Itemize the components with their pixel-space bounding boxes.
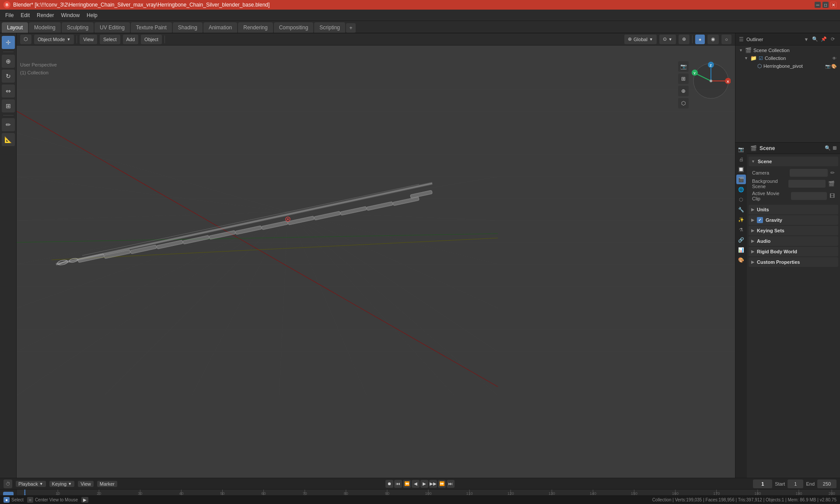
prop-icon-output[interactable]: 🖨 <box>736 154 746 164</box>
bg-scene-pick-icon[interactable]: 🎬 <box>828 181 835 187</box>
gravity-checkbox[interactable]: ✓ <box>757 217 763 223</box>
measure-tool[interactable]: 📐 <box>2 133 15 146</box>
movie-clip-pick-icon[interactable]: 🎞 <box>830 193 835 199</box>
prev-keyframe-button[interactable]: ⏪ <box>403 480 411 488</box>
playback-menu[interactable]: Playback ▼ <box>16 481 46 487</box>
record-button[interactable]: ⏺ <box>385 480 393 488</box>
prop-icon-particles[interactable]: ✨ <box>736 215 746 224</box>
jump-end-button[interactable]: ⏭ <box>447 480 455 488</box>
tab-texture-paint[interactable]: Texture Paint <box>131 22 172 33</box>
tab-add-button[interactable]: + <box>346 23 356 33</box>
proportional-edit-btn[interactable]: ⊕ <box>679 35 690 44</box>
keying-menu[interactable]: Keying ▼ <box>49 481 75 487</box>
prop-icon-material[interactable]: 🎨 <box>736 255 746 265</box>
units-section-header[interactable]: ▶ Units <box>749 205 838 214</box>
audio-section-header[interactable]: ▶ Audio <box>749 236 838 246</box>
gravity-section-header[interactable]: ▶ ✓ Gravity <box>749 215 838 225</box>
prop-icon-scene[interactable]: 🎬 <box>736 175 746 184</box>
snap-menu[interactable]: ⊙ ▼ <box>659 35 676 44</box>
move-tool[interactable]: ⊕ <box>2 55 15 68</box>
viewport-gizmos-btn[interactable]: ⊕ <box>678 86 689 96</box>
menu-edit[interactable]: Edit <box>17 10 33 20</box>
solid-shading-btn[interactable]: ● <box>695 35 705 44</box>
camera-pick-icon[interactable]: ✏ <box>830 170 835 176</box>
add-menu[interactable]: Add <box>123 35 139 44</box>
maximize-button[interactable]: □ <box>822 2 829 8</box>
prop-icon-physics[interactable]: ⚗ <box>736 225 746 234</box>
rendered-shading-btn[interactable]: ○ <box>721 35 732 44</box>
camera-restrict-icon[interactable]: 📷 <box>825 64 830 69</box>
select-menu[interactable]: Select <box>100 35 120 44</box>
outliner-item-herringbone[interactable]: ⬡ Herringbone_pivot 📷 🎨 <box>735 62 840 70</box>
active-movie-clip-field[interactable] <box>791 192 827 200</box>
rotate-tool[interactable]: ↻ <box>2 70 15 83</box>
keying-dropdown: ▼ <box>68 482 72 486</box>
view-menu[interactable]: View <box>80 35 97 44</box>
outliner-filter-button[interactable]: ▼ <box>802 35 810 43</box>
tab-sculpting[interactable]: Sculpting <box>62 22 94 33</box>
menu-render[interactable]: Render <box>33 10 57 20</box>
options-icon[interactable]: ⊞ <box>833 145 836 151</box>
eye-icon[interactable]: 👁 <box>832 56 836 61</box>
collection-checkbox[interactable]: ☑ <box>759 56 763 61</box>
tab-shading[interactable]: Shading <box>173 22 203 33</box>
prev-frame-button[interactable]: ◀ <box>412 480 420 488</box>
prop-icon-world[interactable]: 🌐 <box>736 185 746 194</box>
region-overlap-btn[interactable]: ⊞ <box>678 74 689 84</box>
jump-start-button[interactable]: ⏮ <box>394 480 402 488</box>
pivot-selector[interactable]: ⊕ Global ▼ <box>624 35 657 44</box>
tab-rendering[interactable]: Rendering <box>238 22 273 33</box>
start-frame-field[interactable]: 1 <box>788 480 803 488</box>
outliner-sync-button[interactable]: ⟳ <box>829 35 836 43</box>
prop-icon-modifiers[interactable]: 🔧 <box>736 205 746 214</box>
search-icon[interactable]: 🔍 <box>825 145 831 151</box>
next-frame-button[interactable]: ▶▶ <box>429 480 437 488</box>
outliner-item-scene-collection[interactable]: ▼ 🎬 Scene Collection <box>735 46 840 54</box>
transform-tool[interactable]: ⊞ <box>2 99 15 112</box>
end-frame-field[interactable]: 250 <box>817 480 836 488</box>
prop-icon-object[interactable]: ⬡ <box>736 195 746 204</box>
play-button[interactable]: ▶ <box>420 480 428 488</box>
scale-tool[interactable]: ⇔ <box>2 84 15 98</box>
camera-view-btn[interactable]: 📷 <box>678 61 689 72</box>
object-menu[interactable]: Object <box>141 35 162 44</box>
minimize-button[interactable]: ─ <box>815 2 821 8</box>
nav-gizmo[interactable]: X Y Z <box>691 61 731 101</box>
background-scene-field[interactable] <box>788 180 826 188</box>
tab-scripting[interactable]: Scripting <box>314 22 345 33</box>
render-icon[interactable]: 🎨 <box>831 64 836 69</box>
rigid-body-world-section-header[interactable]: ▶ Rigid Body World <box>749 247 838 256</box>
material-shading-btn[interactable]: ◉ <box>707 35 719 44</box>
menu-help[interactable]: Help <box>83 10 101 20</box>
tab-animation[interactable]: Animation <box>203 22 237 33</box>
scene-section-header[interactable]: ▼ Scene <box>749 157 838 166</box>
cursor-tool[interactable]: ✛ <box>2 36 15 49</box>
prop-icon-render[interactable]: 📷 <box>736 144 746 154</box>
tab-uv-editing[interactable]: UV Editing <box>94 22 130 33</box>
marker-menu[interactable]: Marker <box>97 481 117 487</box>
prop-icon-view-layer[interactable]: 🔲 <box>736 164 746 174</box>
prop-icon-constraints[interactable]: 🔗 <box>736 235 746 245</box>
editor-type-button[interactable]: ⬡ <box>20 35 32 44</box>
menu-file[interactable]: File <box>2 10 17 20</box>
viewport-overlays-btn[interactable]: ⬡ <box>678 98 689 108</box>
menu-window[interactable]: Window <box>57 10 83 20</box>
tab-modeling[interactable]: Modeling <box>29 22 61 33</box>
annotate-tool[interactable]: ✏ <box>2 118 15 131</box>
prop-icon-data[interactable]: 📊 <box>736 245 746 255</box>
timeline-view-menu[interactable]: View <box>78 481 94 487</box>
collection-label: Collection <box>765 56 786 61</box>
outliner-item-collection[interactable]: ▼ 📁 ☑ Collection 👁 <box>735 54 840 62</box>
current-frame-display[interactable]: 1 <box>753 480 772 488</box>
close-button[interactable]: ✕ <box>830 2 836 8</box>
outliner-search-button[interactable]: 🔍 <box>811 35 819 43</box>
tab-layout[interactable]: Layout <box>2 22 28 33</box>
mode-selector[interactable]: Object Mode ▼ <box>34 35 74 44</box>
keying-sets-section-header[interactable]: ▶ Keying Sets <box>749 226 838 235</box>
camera-value-field[interactable] <box>790 169 828 177</box>
custom-properties-section-header[interactable]: ▶ Custom Properties <box>749 257 838 267</box>
outliner-pin-button[interactable]: 📌 <box>820 35 828 43</box>
tab-compositing[interactable]: Compositing <box>274 22 314 33</box>
next-keyframe-button[interactable]: ⏩ <box>438 480 446 488</box>
timeline-editor-icon[interactable]: ⏱ <box>4 480 12 488</box>
